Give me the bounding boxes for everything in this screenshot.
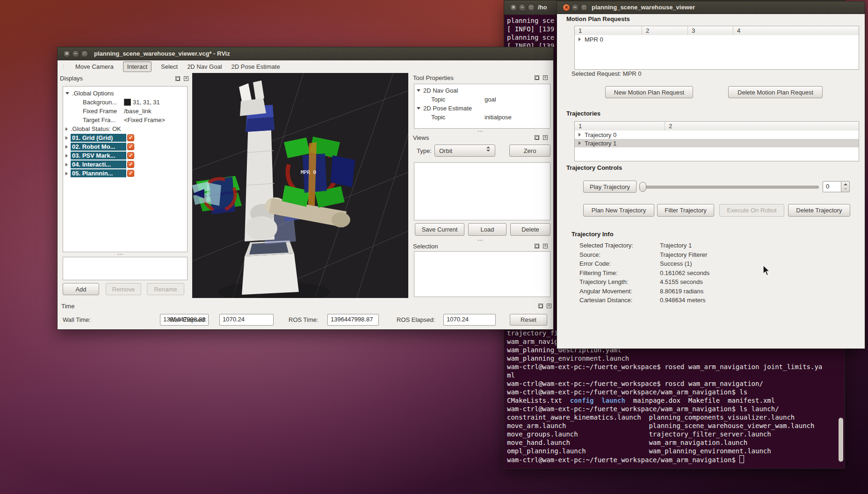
minimize-icon[interactable]: − xyxy=(72,50,80,58)
toolbar-drag-handle[interactable]: ⋮ xyxy=(61,64,66,69)
expand-icon[interactable] xyxy=(579,37,581,41)
enabled-checkbox[interactable]: ✓ xyxy=(127,143,134,150)
collapse-icon[interactable] xyxy=(65,92,69,94)
tree-row[interactable]: .Global Options xyxy=(63,89,187,98)
panel-close-icon[interactable] xyxy=(184,76,188,81)
add-button[interactable]: Add xyxy=(63,283,99,295)
panel-close-icon[interactable] xyxy=(543,135,548,140)
expand-icon[interactable] xyxy=(65,136,68,140)
new-motion-plan-request-button[interactable]: New Motion Plan Request xyxy=(605,86,693,98)
displays-tree[interactable]: .Global OptionsBackgroun...31, 31, 31Fix… xyxy=(63,86,188,252)
tree-row[interactable]: 02. Robot Mo...✓ xyxy=(63,142,187,151)
tree-row[interactable]: 01. Grid (Grid)✓ xyxy=(63,133,187,142)
views-list[interactable] xyxy=(414,162,550,220)
trajectory-row[interactable]: Trajectory 0 xyxy=(575,131,859,139)
close-icon[interactable]: ✕ xyxy=(63,50,71,58)
view-type-select[interactable]: Orbit xyxy=(434,145,495,157)
3d-viewport[interactable]: MPR 0 xyxy=(192,73,408,298)
rviz-titlebar[interactable]: ✕ − □ planning_scene_warehouse_viewer.vc… xyxy=(58,47,553,60)
column-header[interactable]: 2 xyxy=(665,122,859,131)
tree-row[interactable]: Fixed Frame/base_link xyxy=(63,107,187,116)
expand-icon[interactable] xyxy=(65,163,68,167)
toolbar-item-move-camera[interactable]: Move Camera xyxy=(75,63,114,70)
delete-motion-plan-request-button[interactable]: Delete Motion Plan Request xyxy=(728,86,823,98)
trajectory-row[interactable]: Trajectory 1 xyxy=(575,139,859,147)
panel-float-icon[interactable] xyxy=(535,135,539,140)
zero-view-button[interactable]: Zero xyxy=(509,145,550,157)
display-item-label[interactable]: 01. Grid (Grid) xyxy=(71,134,126,142)
expand-icon[interactable] xyxy=(579,133,581,137)
filter-trajectory-button[interactable]: Filter Trajectory xyxy=(657,204,714,217)
enabled-checkbox[interactable]: ✓ xyxy=(127,152,134,159)
panel-float-icon[interactable] xyxy=(535,75,539,80)
spinbox-buttons[interactable] xyxy=(841,181,850,192)
minimize-icon[interactable]: − xyxy=(571,4,579,11)
close-icon[interactable]: ✕ xyxy=(563,4,570,11)
play-trajectory-button[interactable]: Play Trajectory xyxy=(583,181,637,193)
views-delete-button[interactable]: Delete xyxy=(510,223,550,236)
tree-row[interactable]: Topicgoal xyxy=(414,95,550,104)
trajectory-point-spinbox[interactable]: 0 xyxy=(823,181,841,192)
time-field-input[interactable]: 1070.24 xyxy=(219,314,274,326)
column-header[interactable]: 1 xyxy=(575,26,642,35)
tree-row[interactable]: 05. Plannnin...✓ xyxy=(63,169,187,178)
property-value[interactable]: 31, 31, 31 xyxy=(133,99,160,106)
expand-icon[interactable] xyxy=(579,141,581,145)
toolbar-item-2d-pose-estimate[interactable]: 2D Pose Estimate xyxy=(231,63,280,70)
expand-icon[interactable] xyxy=(65,127,68,131)
splitter-handle[interactable]: ••• xyxy=(477,238,483,243)
property-value[interactable]: <Fixed Frame> xyxy=(124,116,165,124)
tool-properties-tree[interactable]: 2D Nav GoalTopicgoal2D Pose EstimateTopi… xyxy=(414,84,550,129)
tree-row[interactable]: 04. Interacti...✓ xyxy=(63,160,187,169)
property-value[interactable]: initialpose xyxy=(485,114,512,121)
display-item-label[interactable]: 05. Plannnin... xyxy=(71,169,126,177)
expand-icon[interactable] xyxy=(65,145,68,149)
enabled-checkbox[interactable]: ✓ xyxy=(127,170,134,177)
maximize-icon[interactable]: □ xyxy=(81,50,88,58)
group-label[interactable]: 2D Nav Goal xyxy=(423,87,458,94)
property-value[interactable]: /base_link xyxy=(124,108,152,115)
tree-row[interactable]: Target Fra...<Fixed Frame> xyxy=(63,116,187,124)
panel-float-icon[interactable] xyxy=(175,76,180,81)
column-header[interactable]: 2 xyxy=(642,26,688,35)
views-save-current-button[interactable]: Save Current xyxy=(415,223,464,236)
time-field-input[interactable]: 1070.24 xyxy=(443,314,496,326)
splitter-handle[interactable]: ••• xyxy=(477,129,483,134)
enabled-checkbox[interactable]: ✓ xyxy=(127,161,134,168)
display-item-label[interactable]: 03. PSV Mark... xyxy=(71,152,126,160)
plan-new-trajectory-button[interactable]: Plan New Trajectory xyxy=(583,204,654,217)
panel-close-icon[interactable] xyxy=(547,304,551,308)
spin-up-icon[interactable] xyxy=(844,183,847,185)
terminal-output[interactable]: trajectory_fiwam_arm_navigwam_planning_d… xyxy=(507,329,822,464)
display-item-label[interactable]: 02. Robot Mo... xyxy=(71,143,126,151)
display-item-label[interactable]: 04. Interacti... xyxy=(71,160,126,168)
maximize-icon[interactable]: □ xyxy=(528,4,535,11)
panel-close-icon[interactable] xyxy=(543,75,548,80)
trajectory-slider-handle[interactable] xyxy=(639,182,646,192)
maximize-icon[interactable]: □ xyxy=(580,4,588,11)
column-header[interactable]: 4 xyxy=(733,26,859,35)
tree-row[interactable]: 2D Pose Estimate xyxy=(414,104,550,113)
toolbar-item-select[interactable]: Select xyxy=(161,63,178,70)
tree-row[interactable]: Topicinitialpose xyxy=(414,113,550,122)
tree-row[interactable]: Backgroun...31, 31, 31 xyxy=(63,98,187,107)
property-value[interactable]: goal xyxy=(485,96,496,103)
scrollbar-thumb[interactable] xyxy=(839,418,843,462)
trajectory-slider[interactable] xyxy=(642,186,819,189)
tree-row[interactable]: 2D Nav Goal xyxy=(414,86,550,95)
terminal-cursor[interactable] xyxy=(739,455,744,463)
collapse-icon[interactable] xyxy=(417,107,420,109)
tree-row[interactable]: 03. PSV Mark...✓ xyxy=(63,151,187,160)
panel-float-icon[interactable] xyxy=(538,304,543,308)
group-label[interactable]: .Global Options xyxy=(72,90,114,97)
group-label[interactable]: .Global Status: OK xyxy=(71,125,121,132)
time-field-input[interactable]: 1396447998.87 xyxy=(327,314,379,326)
group-label[interactable]: 2D Pose Estimate xyxy=(423,105,472,112)
tree-row[interactable]: .Global Status: OK xyxy=(63,124,187,133)
mpr-row[interactable]: MPR 0 xyxy=(575,35,859,44)
enabled-checkbox[interactable]: ✓ xyxy=(127,134,134,141)
reset-button[interactable]: Reset xyxy=(510,314,547,326)
close-icon[interactable]: ✕ xyxy=(510,4,517,11)
expand-icon[interactable] xyxy=(65,154,68,158)
views-load-button[interactable]: Load xyxy=(468,223,506,236)
